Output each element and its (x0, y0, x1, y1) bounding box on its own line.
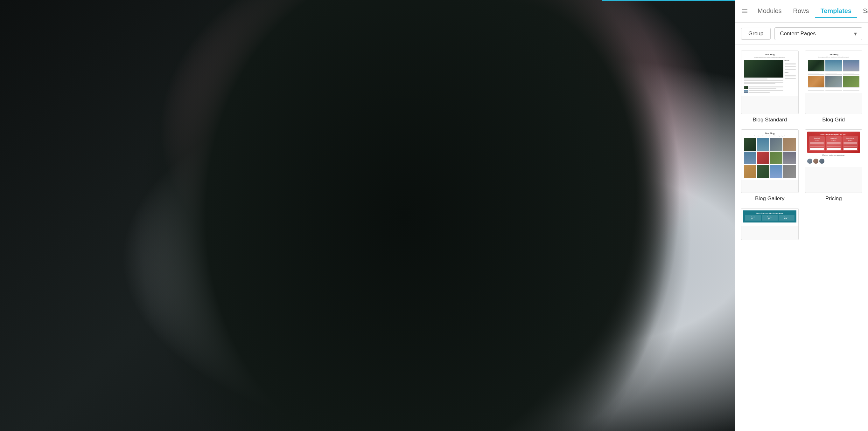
templates-grid: Our Blog Lorem ipsum dolor sit amet, con… (735, 45, 868, 431)
template-card-pricing[interactable]: Find the perfect plan for you. Standard … (805, 129, 863, 202)
canvas-area (0, 0, 735, 431)
template-label-blog-standard: Blog Standard (741, 117, 799, 123)
panel-tabs: Modules Rows Templates Saved (735, 0, 868, 23)
svg-rect-1 (742, 11, 747, 11)
filter-group-button[interactable]: Group (741, 28, 771, 40)
svg-rect-0 (742, 9, 747, 10)
chevron-down-icon: ▾ (854, 30, 857, 37)
template-preview-blog-gallery: Our Blog Lorem ipsum dolor sit amet, con… (741, 129, 799, 193)
top-accent-bar (602, 0, 735, 1)
template-label-blog-gallery: Blog Gallery (741, 196, 799, 202)
template-card-blog-grid[interactable]: Our Blog Lorem ipsum dolor sit amet, con… (805, 51, 863, 123)
template-label-pricing: Pricing (805, 196, 863, 202)
svg-rect-2 (742, 12, 747, 13)
canvas-image (0, 0, 735, 431)
template-card-partial[interactable]: More Options. No Obligations. Debut $0— … (741, 208, 799, 240)
tab-modules[interactable]: Modules (752, 5, 787, 18)
filter-row: Group Content Pages ▾ (735, 23, 868, 45)
template-label-blog-grid: Blog Grid (805, 117, 863, 123)
template-preview-pricing: Find the perfect plan for you. Standard … (805, 129, 863, 193)
template-preview-blog-grid: Our Blog Lorem ipsum dolor sit amet, con… (805, 51, 863, 114)
filter-category-dropdown[interactable]: Content Pages ▾ (774, 27, 862, 40)
template-preview-partial: More Options. No Obligations. Debut $0— … (741, 208, 799, 240)
tab-saved[interactable]: Saved (857, 5, 868, 18)
template-card-blog-gallery[interactable]: Our Blog Lorem ipsum dolor sit amet, con… (741, 129, 799, 202)
template-card-blog-standard[interactable]: Our Blog Lorem ipsum dolor sit amet, con… (741, 51, 799, 123)
right-panel: Modules Rows Templates Saved Group Conte… (735, 0, 868, 431)
filter-dropdown-label: Content Pages (780, 31, 815, 37)
template-preview-blog-standard: Our Blog Lorem ipsum dolor sit amet, con… (741, 51, 799, 114)
tab-rows[interactable]: Rows (787, 5, 815, 18)
sidebar-toggle-icon[interactable] (738, 5, 752, 17)
tab-templates[interactable]: Templates (815, 5, 857, 18)
